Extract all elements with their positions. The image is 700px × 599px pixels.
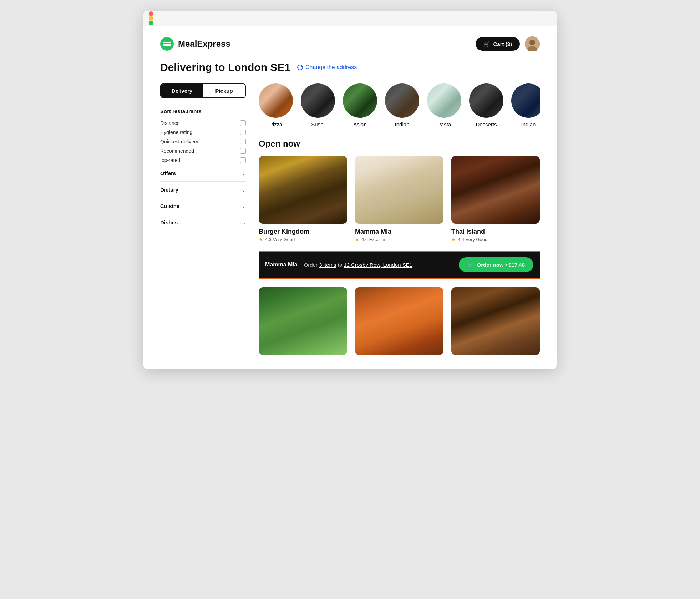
sort-checkbox-hygiene[interactable] — [240, 130, 246, 135]
delivery-toggle-btn[interactable]: Delivery — [161, 84, 203, 97]
sort-item: Recommended — [160, 146, 246, 156]
sort-title: Sort restaurants — [160, 108, 246, 114]
filter-offers-header[interactable]: Offers ⌄ — [160, 170, 246, 176]
main-layout: Delivery Pickup Sort restaurants Distanc… — [160, 83, 540, 355]
close-button[interactable] — [149, 11, 153, 16]
pickup-toggle-btn[interactable]: Pickup — [203, 84, 245, 97]
filter-dishes-label: Dishes — [160, 219, 178, 225]
category-asian-label: Asian — [353, 121, 367, 127]
sort-section: Sort restaurants Distance Hygiene rating… — [160, 108, 246, 165]
category-sushi[interactable]: Sushi — [301, 83, 335, 127]
category-indian2[interactable]: Indian — [511, 83, 540, 127]
category-pizza[interactable]: Pizza — [259, 83, 293, 127]
delivery-toggle: Delivery Pickup — [160, 83, 246, 98]
bar-order-text: Order 3 items to 12 Crosby Row, London S… — [304, 262, 412, 268]
food-card-meat[interactable] — [451, 287, 540, 355]
category-indian-label: Indian — [395, 121, 410, 127]
bar-items-count[interactable]: 3 items — [319, 262, 336, 268]
category-indian-img — [385, 83, 419, 118]
logo-text: MealExpress — [178, 39, 230, 49]
titlebar — [143, 11, 557, 26]
restaurant-rating-burger: ★ 4.3 Very Good — [259, 237, 347, 242]
category-pasta[interactable]: Pasta — [427, 83, 461, 127]
restaurant-card-burger[interactable]: Burger Kingdom ★ 4.3 Very Good — [259, 156, 347, 242]
cart-button[interactable]: 🛒 Cart (3) — [476, 37, 520, 51]
filter-cuisine: Cuisine ⌄ — [160, 198, 246, 214]
order-now-button[interactable]: 🛒 Order now • $17.48 — [459, 257, 533, 272]
category-desserts-img — [469, 83, 503, 118]
chevron-down-icon: ⌄ — [242, 220, 246, 225]
category-desserts[interactable]: Desserts — [469, 83, 503, 127]
category-indian[interactable]: Indian — [385, 83, 419, 127]
sort-checkbox-recommended[interactable] — [240, 148, 246, 154]
star-icon: ★ — [451, 237, 456, 242]
food-row — [259, 287, 540, 355]
restaurant-card-mamma[interactable]: Mamma Mia ★ 4.6 Excellent — [355, 156, 443, 242]
bottom-bar-container: ➜ Mamma Mia Order 3 items to 12 Crosby R… — [259, 251, 540, 279]
chevron-down-icon: ⌄ — [242, 187, 246, 193]
logo: MealExpress — [160, 37, 230, 51]
restaurants-grid: Burger Kingdom ★ 4.3 Very Good Mamma Mia… — [259, 156, 540, 242]
delivery-heading: Delivering to London SE1 Change the addr… — [160, 61, 540, 73]
minimize-button[interactable] — [149, 16, 153, 21]
sort-item: top-rated — [160, 156, 246, 165]
filter-cuisine-label: Cuisine — [160, 203, 179, 209]
filter-dietary-label: Dietary — [160, 187, 178, 193]
svg-rect-2 — [163, 45, 171, 46]
sort-checkbox-quickest[interactable] — [240, 139, 246, 144]
restaurant-card-thai[interactable]: Thai Island ★ 4.4 Very Good — [451, 156, 540, 242]
category-pasta-img — [427, 83, 461, 118]
delivery-title: Delivering to London SE1 — [160, 61, 290, 73]
logo-icon — [160, 37, 174, 51]
change-address-icon — [297, 64, 303, 71]
header-right: 🛒 Cart (3) — [476, 36, 540, 51]
sort-item: Distance — [160, 118, 246, 128]
burger-logo-icon — [163, 40, 171, 48]
filter-offers: Offers ⌄ — [160, 165, 246, 181]
rating-text-thai: 4.4 Very Good — [458, 237, 487, 242]
food-row-container — [259, 287, 540, 355]
categories-row: Pizza Sushi Asian Indian — [259, 83, 540, 127]
bottom-bar: Mamma Mia Order 3 items to 12 Crosby Row… — [259, 252, 540, 278]
avatar[interactable] — [525, 36, 540, 51]
filter-dietary-header[interactable]: Dietary ⌄ — [160, 187, 246, 193]
change-address-label: Change the address — [305, 64, 357, 71]
restaurant-img-mamma — [355, 156, 443, 224]
rating-text-mamma: 4.6 Excellent — [361, 237, 388, 242]
maximize-button[interactable] — [149, 21, 153, 25]
restaurant-img-thai — [451, 156, 540, 224]
sort-item: Quickest delivery — [160, 137, 246, 146]
open-now-title: Open now — [259, 139, 540, 149]
cart-icon: 🛒 — [483, 41, 490, 47]
bottom-bar-border: Mamma Mia Order 3 items to 12 Crosby Row… — [259, 251, 540, 279]
restaurant-name-burger: Burger Kingdom — [259, 228, 347, 235]
svg-point-4 — [529, 40, 535, 45]
app-window: MealExpress 🛒 Cart (3) Deliv — [143, 11, 557, 369]
restaurant-name-thai: Thai Island — [451, 228, 540, 235]
sort-label-quickest: Quickest delivery — [160, 139, 198, 144]
bar-address[interactable]: 12 Crosby Row, London SE1 — [344, 262, 412, 268]
restaurant-img-burger — [259, 156, 347, 224]
bottom-bar-left: Mamma Mia Order 3 items to 12 Crosby Row… — [265, 262, 412, 268]
svg-rect-0 — [163, 42, 171, 43]
main-content: MealExpress 🛒 Cart (3) Deliv — [143, 26, 557, 369]
sort-checkbox-toprated[interactable] — [240, 157, 246, 163]
food-card-bowl[interactable] — [259, 287, 347, 355]
sort-checkbox-distance[interactable] — [240, 120, 246, 126]
category-asian[interactable]: Asian — [343, 83, 377, 127]
star-icon: ★ — [259, 237, 263, 242]
header: MealExpress 🛒 Cart (3) — [160, 36, 540, 51]
rating-text-burger: 4.3 Very Good — [265, 237, 295, 242]
svg-rect-1 — [163, 44, 171, 45]
traffic-lights — [149, 11, 153, 25]
filter-cuisine-header[interactable]: Cuisine ⌄ — [160, 203, 246, 209]
filter-dishes-header[interactable]: Dishes ⌄ — [160, 219, 246, 225]
food-card-pizza[interactable] — [355, 287, 443, 355]
change-address-link[interactable]: Change the address — [297, 64, 357, 71]
restaurant-rating-mamma: ★ 4.6 Excellent — [355, 237, 443, 242]
right-content: Pizza Sushi Asian Indian — [259, 83, 540, 355]
category-sushi-img — [301, 83, 335, 118]
star-icon: ★ — [355, 237, 359, 242]
sort-label-recommended: Recommended — [160, 148, 194, 154]
sort-label-distance: Distance — [160, 120, 179, 126]
